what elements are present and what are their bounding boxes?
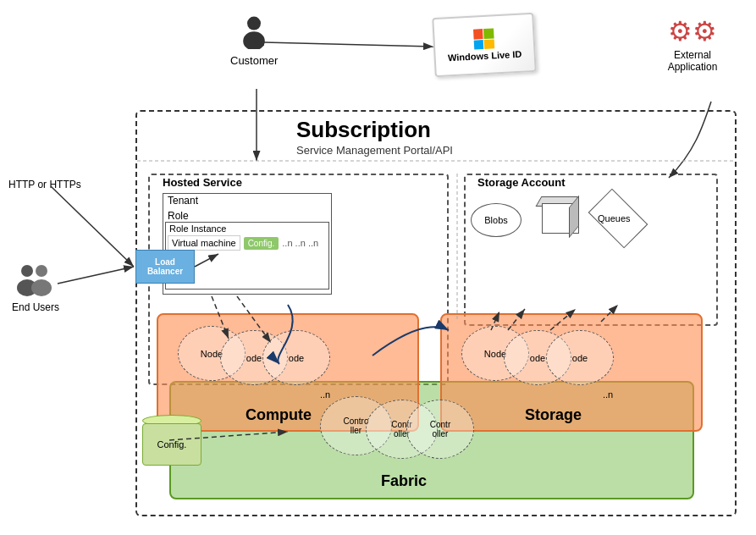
external-app-section: ⚙⚙ External Application (654, 15, 731, 73)
end-users-icon (14, 262, 57, 296)
role-label: Role (168, 210, 189, 222)
tables-3d-box (535, 196, 579, 234)
controller-3: Controller (406, 400, 474, 459)
end-users-label: End Users (12, 301, 59, 313)
compute-node-3: ode (262, 330, 330, 385)
load-balancer-label: Load Balancer (136, 257, 194, 276)
config-cylinder: Config. (142, 415, 201, 474)
svg-point-1 (243, 31, 265, 49)
load-balancer: Load Balancer (135, 250, 195, 284)
config-label: Config. (157, 439, 187, 450)
config-cyl-body: Config. (142, 423, 201, 466)
windows-live-box: Windows Live ID (432, 13, 536, 77)
storage-label: Storage (525, 406, 582, 424)
svg-line-14 (58, 267, 134, 284)
compute-dots: ..n (320, 389, 330, 400)
vm-label: Virtual machine (168, 235, 240, 251)
compute-label: Compute (246, 406, 312, 424)
vm-row: Virtual machine Config. ..n ..n ..n (168, 235, 318, 251)
customer-section: Customer (230, 15, 278, 67)
role-instance-label: Role Instance (169, 223, 226, 234)
svg-line-11 (264, 42, 433, 47)
tables-container: Tables (535, 196, 579, 244)
windows-live-label: Windows Live ID (448, 49, 522, 63)
customer-label: Customer (230, 54, 278, 67)
svg-point-5 (31, 279, 52, 296)
fabric-label: Fabric (381, 472, 427, 490)
storage-dots: ..n (603, 389, 613, 400)
external-app-label: External Application (654, 49, 731, 73)
svg-line-13 (51, 186, 134, 267)
subscription-subtitle: Service Management Portal/API (296, 144, 453, 157)
blobs-shape: Blobs (471, 203, 521, 237)
dots-label: ..n ..n ..n (282, 238, 318, 248)
subscription-title: Subscription (296, 117, 431, 143)
tenant-label: Tenant (168, 195, 198, 207)
svg-point-0 (247, 17, 261, 30)
gears-icon: ⚙⚙ (654, 15, 731, 47)
storage-account-box (464, 174, 718, 326)
end-users-section: End Users (12, 262, 59, 313)
svg-point-4 (36, 265, 47, 277)
blobs-label: Blobs (484, 215, 508, 225)
person-icon (237, 15, 271, 49)
queues-label: Queues (598, 213, 631, 223)
http-label: HTTP or HTTPs (8, 178, 81, 192)
config-badge: Config. (244, 237, 279, 250)
hosted-service-label: Hosted Service (163, 176, 242, 189)
storage-node-3: ode (546, 330, 614, 385)
svg-point-2 (21, 265, 33, 277)
storage-account-label: Storage Account (477, 176, 566, 189)
windows-flag-icon (473, 28, 494, 49)
